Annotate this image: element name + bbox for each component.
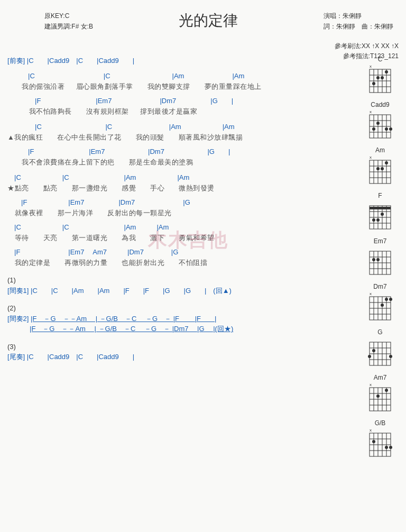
finger-pattern: 參考指法:T123_121	[335, 51, 399, 61]
section-num-1: (1)	[7, 275, 354, 286]
chord-line: |C |C |Am |Am	[7, 71, 354, 81]
svg-point-22	[372, 127, 375, 131]
fretboard-icon: x	[366, 109, 394, 140]
svg-point-82	[389, 355, 392, 358]
chord-line: |C |C |Am |Am	[7, 222, 354, 233]
chord-diagram: Am x	[362, 146, 399, 186]
lyric-line: 就像夜裡 那一片海洋 反射出的每一顆星光	[7, 208, 354, 218]
chord-name: F	[362, 192, 399, 199]
chord-name: G	[362, 328, 399, 336]
fretboard-icon: x	[366, 64, 394, 95]
inter2-line1: |F －G －－Am | －G/B －C －G － |F |F |	[31, 315, 216, 323]
lyric-line: ★點亮 點亮 那一盞燈光 感覺 手心 微熱到發燙	[7, 183, 354, 194]
svg-text:x: x	[370, 428, 372, 433]
svg-text:x: x	[370, 64, 372, 69]
writer-line: 詞：朱俐靜 曲：朱俐靜	[324, 21, 393, 32]
chord-diagram: Dm7 x	[362, 283, 399, 322]
suggest-key: 建議男調:F# 女:B	[44, 21, 93, 32]
svg-point-80	[368, 355, 371, 358]
chord-line: |C |C |Am |Am	[7, 172, 354, 183]
main-content: [前奏] |C |Cadd9 |C |Cadd9 | |C |C |Am |Am…	[7, 41, 399, 458]
intro-chords: |C |Cadd9 |C |Cadd9 |	[27, 57, 134, 65]
chord-diagram: F	[362, 192, 399, 231]
chord-diagram: G/B x	[362, 419, 399, 458]
chord-diagram: Cadd9 x	[362, 101, 399, 140]
svg-text:x: x	[370, 291, 372, 296]
svg-point-37	[385, 161, 388, 164]
svg-point-103	[372, 440, 375, 443]
svg-point-36	[381, 167, 384, 170]
svg-text:x: x	[370, 155, 372, 160]
lyric-line: ▲我的瘋狂 在心中生長開出了花 我的頭髮 順著風和沙放肆飄揚	[7, 132, 354, 143]
strum-pattern: 參考刷法:XX ↑X XX ↑X	[335, 41, 399, 51]
verse2-block: |C |C |Am |Am ▲我的瘋狂 在心中生長開出了花 我的頭髮 順著風和沙…	[7, 122, 354, 167]
chord-name: G/B	[362, 419, 399, 427]
svg-point-104	[389, 446, 392, 449]
lyrics-chords-area: [前奏] |C |Cadd9 |C |Cadd9 | |C |C |Am |Am…	[7, 41, 354, 458]
interlude2-block: [間奏2] |F －G －－Am | －G/B －C －G － |F |F | …	[7, 314, 354, 334]
outro-label: [尾奏]	[7, 353, 25, 361]
svg-point-59	[376, 258, 380, 261]
lyric-line: 我的倔強沿著 眉心眼角劃落手掌 我的雙腳支撐 夢的重量踩在地上	[7, 81, 354, 92]
svg-point-11	[376, 76, 380, 79]
svg-point-47	[372, 218, 375, 222]
svg-point-93	[385, 389, 388, 392]
chord-line: |C |C |Am |Am	[7, 122, 354, 132]
lyric-line: 等待 天亮 第一道曙光 為我 灑下 勇氣和希望	[7, 233, 354, 243]
svg-point-12	[385, 70, 388, 74]
chord-name: Am7	[362, 374, 399, 381]
svg-point-25	[389, 127, 392, 131]
singer-line: 演唱：朱俐靜	[324, 11, 393, 21]
chord-diagrams-column: C x Cadd9 x Am x F Em7 Dm7 x	[362, 41, 399, 458]
intro-block: [前奏] |C |Cadd9 |C |Cadd9 |	[7, 56, 354, 66]
svg-point-35	[376, 167, 380, 170]
chord-diagram: Em7	[362, 237, 399, 277]
lyric-line: 我不會浪費痛在身上留下的疤 那是生命最美的塗鴉	[7, 157, 354, 168]
svg-point-71	[389, 298, 392, 301]
svg-point-10	[381, 76, 384, 79]
intro-label: [前奏]	[7, 57, 25, 65]
inter2-label: [間奏2]	[7, 315, 29, 323]
fretboard-icon	[366, 200, 394, 231]
key-info: 原KEY:C 建議男調:F# 女:B	[7, 11, 93, 32]
svg-point-70	[385, 298, 388, 301]
verse1-block: |C |C |Am |Am 我的倔強沿著 眉心眼角劃落手掌 我的雙腳支撐 夢的重…	[7, 71, 354, 116]
svg-text:x: x	[370, 109, 372, 114]
header-row: 原KEY:C 建議男調:F# 女:B 光的定律 演唱：朱俐靜 詞：朱俐靜 曲：朱…	[7, 11, 399, 32]
inter2-line2: |F －G －－Am | －G/B －C －G － |Dm7 |G |(回★)	[30, 325, 233, 333]
original-key: 原KEY:C	[44, 11, 93, 21]
inter1-label: [間奏1]	[7, 287, 29, 295]
outro-block: [尾奏] |C |Cadd9 |C |Cadd9 |	[7, 352, 354, 362]
interlude1-block: [間奏1] |C |C |Am |Am |F |F |G |G | (回▲)	[7, 286, 354, 296]
credits: 演唱：朱俐靜 詞：朱俐靜 曲：朱俐靜	[324, 11, 399, 32]
chord-name: Em7	[362, 237, 399, 245]
fretboard-icon: x	[366, 291, 394, 322]
fretboard-icon: x	[366, 428, 394, 458]
section-num-2: (2)	[7, 303, 354, 314]
fretboard-icon: x	[366, 382, 394, 413]
section-num-3: (3)	[7, 342, 354, 352]
svg-text:x: x	[370, 382, 372, 387]
chord-line: |F |Em7 |Dm7 |G	[7, 197, 354, 208]
svg-point-58	[372, 258, 375, 261]
inter1-chords: |C |C |Am |Am |F |F |G |G | (回▲)	[31, 287, 232, 295]
svg-rect-46	[370, 207, 391, 209]
fretboard-icon	[366, 246, 394, 277]
chord-diagram: Am7 x	[362, 374, 399, 413]
svg-point-9	[372, 82, 375, 85]
chord-name: Cadd9	[362, 101, 399, 108]
lyric-line: 我的定律是 再微弱的力量 也能折射出光 不怕阻擋	[7, 258, 354, 268]
svg-point-23	[376, 122, 380, 125]
fretboard-icon: x	[366, 155, 394, 186]
chord-line: |F |Em7 Am7 |Dm7 |G	[7, 247, 354, 258]
svg-point-69	[381, 304, 384, 307]
outro-chords: |C |Cadd9 |C |Cadd9 |	[27, 353, 134, 361]
svg-point-92	[376, 395, 380, 398]
svg-point-105	[385, 446, 388, 449]
chord-name: Am	[362, 146, 399, 154]
svg-point-49	[381, 213, 384, 216]
chord-line: |F |Em7 |Dm7 |G |	[7, 96, 354, 106]
fretboard-icon	[366, 337, 394, 368]
svg-point-24	[385, 127, 388, 131]
lyric-line: 我不怕路夠長 沒有規則框架 撐到最後才是贏家	[7, 106, 354, 117]
